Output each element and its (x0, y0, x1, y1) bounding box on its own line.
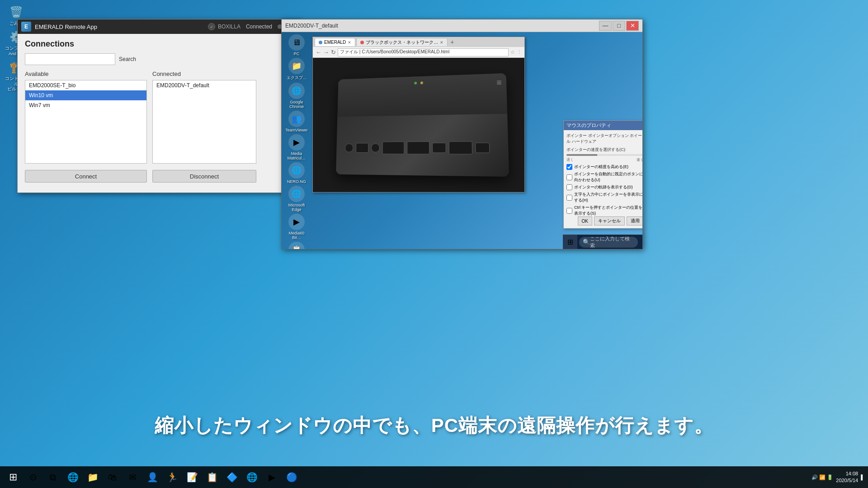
pointer-speed-option: ポインターの速度を選択する(C): 遅く速く (566, 147, 642, 162)
pointer-snap-checkbox[interactable]: ポインターを自動的に既定のボタンに向かわせる(U) (566, 171, 642, 183)
disconnect-button[interactable]: Disconnect (152, 170, 256, 183)
remote-icon-edge[interactable]: 🌐 Microsoft Edge (284, 186, 309, 212)
windows-start-button[interactable]: ⊞ (4, 468, 23, 487)
pointer-speed-slider[interactable] (566, 154, 642, 156)
remote-taskbar: ⊞ 🔍 ここに入力して検索 ⧉ 🌐 📁 🛍 ✉ 👤 🏃 ✏ 🔊 📶 (563, 235, 642, 249)
win-word-btn[interactable]: 📝 (183, 468, 202, 487)
available-list[interactable]: EMD2000SE-T_bio Win10 vm Win7 vm (25, 80, 147, 164)
remote-icon-chrome[interactable]: 🌐 Google Chrome (284, 83, 309, 109)
device-grip-icon: ≡ (496, 78, 502, 88)
tb-task-view[interactable]: ⧉ (642, 236, 642, 249)
close-tab-2-btn[interactable]: ✕ (440, 40, 443, 45)
pointer-apply-btn[interactable]: 適用 (627, 216, 642, 225)
port-ethernet2 (407, 141, 429, 154)
win-date: 2020/5/14 (836, 477, 858, 484)
port-usb2 (475, 142, 490, 153)
remote-icon-nero[interactable]: 🌐 NERO.NG (284, 162, 309, 184)
remote-desktop-content: 🖥 PC 📁 エクスプ… 🌐 Google Chrome 👥 TeamViewe… (282, 32, 642, 249)
emd-minimize-btn[interactable]: — (599, 21, 612, 31)
emerald-remote-app-window: E EMERALD Remote App ✓ BOXILLA Connected… (17, 19, 300, 193)
connections-title: Connections (25, 39, 292, 49)
win-run-btn[interactable]: 🏃 (163, 468, 182, 487)
new-tab-button[interactable]: + (448, 38, 456, 46)
refresh-button[interactable]: ↻ (331, 49, 336, 56)
win-show-desktop[interactable]: ▌ (861, 474, 864, 480)
remote-icon-pc[interactable]: 🖥 PC (284, 34, 309, 56)
browser-menu-icon[interactable]: ⋮ (517, 49, 522, 55)
port-ethernet (382, 141, 405, 154)
boxilla-badge: ✓ BOXILLA (208, 23, 241, 30)
led-green (414, 81, 417, 84)
forward-button[interactable]: → (323, 49, 329, 56)
windows-clock: 14:08 2020/5/14 (836, 470, 858, 484)
port-audio (371, 143, 380, 152)
win-explorer-btn[interactable]: 📁 (83, 468, 102, 487)
remote-icon-teamviewer[interactable]: 👥 TeamViewer (284, 111, 309, 132)
close-tab-1-btn[interactable]: ✕ (348, 40, 351, 45)
remote-start-button[interactable]: ⊞ (563, 235, 577, 249)
port-serial (356, 143, 369, 153)
search-button[interactable]: Search (119, 56, 136, 62)
browser-tab-blackbox[interactable]: ブラックボックス・ネットワーク… ✕ (356, 38, 448, 46)
win-taskview-btn[interactable]: ⧉ (43, 468, 62, 487)
windows-taskbar-right: 🔊 📶 🔋 14:08 2020/5/14 ▌ (811, 470, 864, 484)
win-security-btn[interactable]: 🔵 (282, 468, 301, 487)
win-people-btn[interactable]: 👤 (143, 468, 162, 487)
emd-remote-window: EMD200DV-T_default — □ ✕ 🖥 PC 📁 エクスプ… 🌐 (281, 19, 643, 249)
desktop: 🗑️ ごみ箱 ⚙️ コンフィグAnd S... 🏗️ コントロールビルド… E … (0, 0, 868, 488)
pointer-hide-checkbox[interactable]: 文字を入力中にポインターを非表示にする(H) (566, 192, 642, 203)
browser-addressbar: ← → ↻ ファイル | C:/Users/Bono005/Desktop/EM… (313, 47, 524, 58)
remote-icon-media[interactable]: ▶ MediaMatricul… (284, 134, 309, 160)
win-emerald-btn[interactable]: 🔷 (222, 468, 241, 487)
browser-tabbar: EMERALD ✕ ブラックボックス・ネットワーク… ✕ + (313, 37, 524, 47)
remote-taskbar-icons: ⧉ 🌐 📁 🛍 ✉ 👤 🏃 ✏ (642, 236, 642, 249)
list-item-win7vm[interactable]: Win7 vm (25, 100, 146, 110)
win-ie-btn[interactable]: 🌐 (63, 468, 82, 487)
win-store-btn[interactable]: 🛍 (103, 468, 122, 487)
win-media-btn[interactable]: ▶ (262, 468, 281, 487)
pointer-panel-tabs: ポインター ポインターオプション ホイール ハードウェア (566, 133, 642, 145)
pointer-settings-panel: マウスのプロパティ ポインター ポインターオプション ホイール ハードウェア ポ… (563, 120, 642, 229)
browser-tab-emerald[interactable]: EMERALD ✕ (315, 38, 355, 46)
emerald-titlebar: E EMERALD Remote App ✓ BOXILLA Connected (18, 19, 299, 34)
browser-content-area: ≡ (313, 58, 524, 192)
pointer-ok-btn[interactable]: OK (578, 216, 592, 225)
address-bar[interactable]: ファイル | C:/Users/Bono005/Desktop/EMERALD.… (338, 48, 509, 56)
remote-browser-window: EMERALD ✕ ブラックボックス・ネットワーク… ✕ + ← → ↻ ファイ… (312, 37, 525, 192)
port-usb (432, 142, 446, 153)
emd-titlebar: EMD200DV-T_default — □ ✕ (282, 19, 642, 32)
bookmark-icon[interactable]: ☆ (510, 49, 515, 55)
remote-icon-explorer[interactable]: 📁 エクスプ… (284, 58, 309, 81)
emd-maximize-btn[interactable]: □ (613, 21, 625, 31)
emd-close-btn[interactable]: ✕ (626, 21, 639, 31)
win-mail-btn[interactable]: ✉ (123, 468, 142, 487)
boxilla-check-icon: ✓ (208, 23, 215, 30)
win-chrome-btn[interactable]: 🌐 (242, 468, 261, 487)
win-sys-tray: 🔊 📶 🔋 (811, 474, 833, 480)
list-item-emd200dv[interactable]: EMD200DV-T_default (153, 80, 256, 90)
connected-status: Connected (246, 23, 272, 30)
remote-search-bar[interactable]: 🔍 ここに入力して検索 (579, 237, 638, 248)
remote-icon-client[interactable]: 📋 クライアント… (284, 242, 309, 249)
list-item-emd2000se[interactable]: EMD2000SE-T_bio (25, 80, 146, 90)
connect-button[interactable]: Connect (25, 170, 147, 183)
pointer-trail-checkbox[interactable]: ポインターの軌跡を表示する(D) (566, 184, 642, 190)
connections-body: Connections Search Available Connected E… (18, 34, 299, 192)
pointer-precision-checkbox[interactable]: ポインターの精度を高める(E) (566, 164, 642, 170)
win-cortana-btn[interactable]: ⊙ (24, 468, 42, 487)
back-button[interactable]: ← (316, 49, 321, 56)
pointer-panel-title: マウスのプロパティ (564, 121, 642, 130)
port-displayport (449, 141, 472, 154)
emerald-title: EMERALD Remote App (35, 23, 97, 30)
win-task-btn[interactable]: 📋 (203, 468, 222, 487)
search-input[interactable] (25, 53, 115, 65)
search-row: Search (25, 53, 292, 65)
pointer-ctrl-checkbox[interactable]: Ctrl キーを押すとポインターの位置を表示する(S) (566, 205, 642, 216)
emd-device-image: ≡ (336, 73, 509, 176)
list-item-win10vm[interactable]: Win10 vm (25, 90, 146, 100)
windows-taskbar: ⊞ ⊙ ⧉ 🌐 📁 🛍 ✉ 👤 🏃 📝 📋 🔷 🌐 ▶ 🔵 🔊 📶 🔋 14:0… (0, 466, 868, 488)
pointer-cancel-btn[interactable]: キャンセル (594, 216, 625, 225)
remote-icon-media60[interactable]: ▶ Media60Bit… (284, 214, 309, 240)
connected-list[interactable]: EMD200DV-T_default (152, 80, 256, 164)
emerald-logo: E (21, 22, 31, 32)
